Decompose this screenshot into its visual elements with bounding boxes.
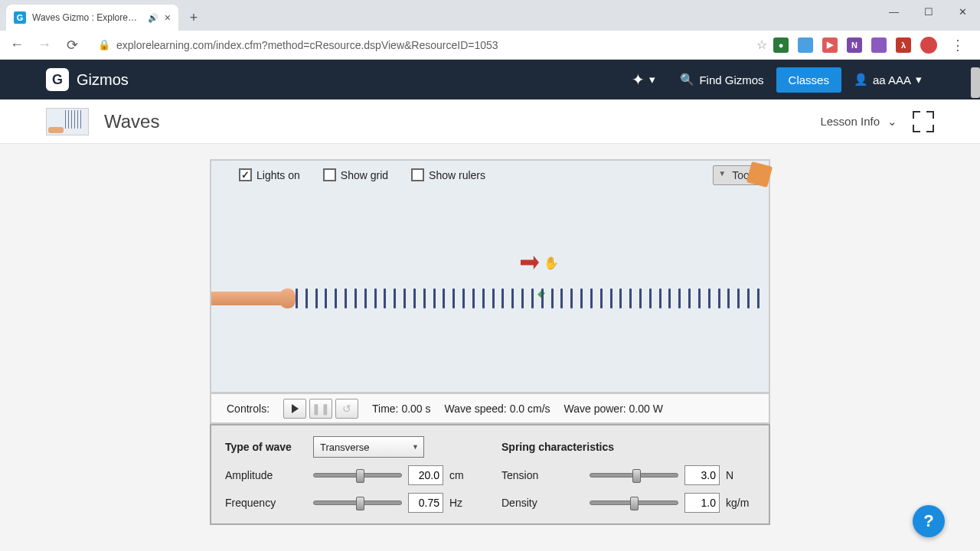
amplitude-label: Amplitude [225,469,305,481]
url-text: explorelearning.com/index.cfm?method=cRe… [116,39,498,51]
ext-icon-4[interactable]: N [847,37,862,53]
ext-icon-6[interactable]: λ [896,37,911,53]
classes-label: Classes [789,73,829,86]
controls-label: Controls: [227,403,270,415]
browser-tab[interactable]: G Waves Gizmo : ExploreLearni 🔊 × [6,5,178,31]
fullscreen-button[interactable] [913,111,934,132]
back-button[interactable]: ← [6,34,28,56]
grab-cursor-icon: ✋ [544,256,559,270]
simulation-canvas: Lights on Show grid Show rulers Tools ✋ [210,159,770,393]
sim-toolbar: Lights on Show grid Show rulers [211,161,769,189]
gizmo-frame: Lights on Show grid Show rulers Tools ✋ [210,159,770,536]
hand-graphic[interactable] [211,285,296,311]
ext-icon-5[interactable] [871,37,887,53]
checkbox-icon [411,168,424,181]
amplitude-input[interactable] [408,465,443,485]
density-input[interactable] [684,493,720,513]
checkbox-icon [239,168,252,181]
spring-visualization[interactable] [211,283,763,314]
chevron-down-icon: ⌄ [887,115,897,129]
chevron-down-icon: ▾ [916,73,922,86]
frequency-label: Frequency [225,497,305,509]
slider-thumb[interactable] [356,497,364,510]
frequency-input[interactable] [408,493,443,513]
parameter-panel: Type of wave Transverse Spring character… [210,424,770,525]
app-header: G Gizmos ✦▾ 🔍Find Gizmos Classes 👤aa AAA… [0,60,980,99]
tension-row: Tension N [501,465,755,485]
density-label: Density [501,497,582,509]
play-icon [292,404,299,413]
lights-on-checkbox[interactable]: Lights on [239,168,300,181]
page-title: Waves [104,111,805,132]
wave-type-dropdown[interactable]: Transverse [313,436,424,458]
wave-power-readout: Wave power: 0.00 W [564,403,663,415]
close-tab-icon[interactable]: × [165,11,171,24]
density-row: Density kg/m [501,493,755,513]
reset-button[interactable]: ↺ [335,399,358,419]
lesson-info-label: Lesson Info [820,115,880,128]
sparkle-menu[interactable]: ✦▾ [619,70,668,89]
controls-bar: Controls: ❚❚ ↺ Time: 0.00 s Wave speed: … [210,393,770,424]
url-field[interactable]: 🔒 explorelearning.com/index.cfm?method=c… [89,34,750,57]
time-readout: Time: 0.00 s [372,403,431,415]
tension-input[interactable] [684,465,720,485]
tension-slider[interactable] [590,473,678,478]
logo-text[interactable]: Gizmos [77,71,129,89]
gizmo-thumbnail [46,108,89,135]
logo-icon[interactable]: G [46,68,69,91]
density-slider[interactable] [590,500,678,505]
scrollbar[interactable] [971,67,980,98]
tab-title: Waves Gizmo : ExploreLearni [32,12,142,23]
show-grid-checkbox[interactable]: Show grid [323,168,388,181]
ext-icon-1[interactable]: ● [773,37,789,53]
spring-coils [296,288,763,309]
play-button[interactable] [283,399,306,419]
lesson-info-dropdown[interactable]: Lesson Info ⌄ [820,115,897,129]
site-favicon: G [14,11,26,24]
browser-tab-strip: G Waves Gizmo : ExploreLearni 🔊 × + — ☐ … [0,0,980,31]
type-of-wave-row: Type of wave Transverse [225,436,479,458]
slider-thumb[interactable] [630,497,639,510]
frequency-row: Frequency Hz [225,493,479,513]
help-icon: ? [923,511,933,531]
type-of-wave-label: Type of wave [225,441,305,453]
amplitude-slider[interactable] [313,473,402,478]
extension-icons: ● ▶ N λ ⋮ [773,37,974,54]
tension-unit: N [726,469,755,481]
browser-menu-icon[interactable]: ⋮ [946,37,969,54]
pause-button[interactable]: ❚❚ [309,399,332,419]
audio-icon[interactable]: 🔊 [148,13,158,23]
chevron-down-icon: ▾ [649,73,655,86]
show-rulers-label: Show rulers [429,169,485,181]
frequency-unit: Hz [449,497,479,509]
address-bar: ← → ⟳ 🔒 explorelearning.com/index.cfm?me… [0,31,980,60]
content-area: Lights on Show grid Show rulers Tools ✋ [0,144,980,551]
frequency-slider[interactable] [313,500,402,505]
show-rulers-checkbox[interactable]: Show rulers [411,168,485,181]
maximize-button[interactable]: ☐ [911,0,946,23]
amplitude-unit: cm [449,469,479,481]
help-button[interactable]: ? [913,505,945,537]
user-menu[interactable]: 👤aa AAA▾ [841,73,934,86]
close-window-button[interactable]: ✕ [946,0,980,23]
wave-speed-readout: Wave speed: 0.0 cm/s [445,403,550,415]
checkbox-icon [323,168,336,181]
spring-characteristics-label: Spring characteristics [501,441,614,453]
new-tab-button[interactable]: + [183,7,204,28]
sparkle-icon: ✦ [632,70,645,89]
lock-icon: 🔒 [98,39,110,51]
slider-thumb[interactable] [356,469,364,483]
find-gizmos-link[interactable]: 🔍Find Gizmos [668,73,776,86]
classes-button[interactable]: Classes [776,67,841,93]
ext-icon-2[interactable] [798,37,813,53]
wave-type-value: Transverse [320,442,370,453]
slider-thumb[interactable] [632,469,641,483]
user-icon: 👤 [854,73,868,86]
reload-button[interactable]: ⟳ [61,34,83,56]
profile-avatar[interactable] [920,37,937,54]
ext-icon-3[interactable]: ▶ [822,37,838,53]
forward-button[interactable]: → [34,34,55,56]
red-arrow-marker[interactable] [521,256,539,269]
minimize-button[interactable]: — [877,0,911,23]
bookmark-star-icon[interactable]: ☆ [756,37,767,52]
